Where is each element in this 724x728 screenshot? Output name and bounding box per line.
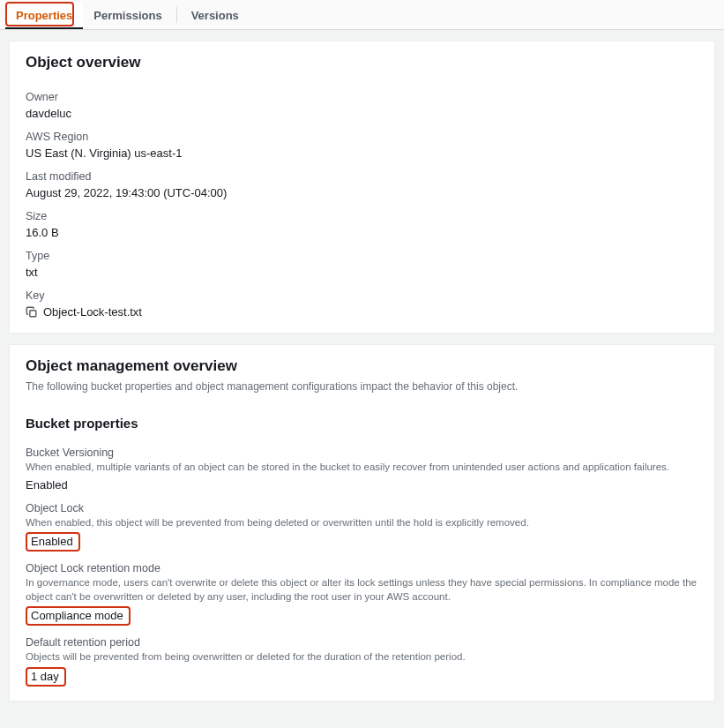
bucket-versioning-desc: When enabled, multiple variants of an ob…	[26, 461, 698, 475]
region-value: US East (N. Virginia) us-east-1	[26, 146, 698, 160]
size-label: Size	[26, 210, 698, 222]
bucket-versioning-value: Enabled	[26, 478, 698, 492]
object-management-desc: The following bucket properties and obje…	[10, 380, 714, 400]
last-modified-label: Last modified	[26, 170, 698, 183]
field-key: Key Object-Lock-test.txt	[26, 289, 698, 319]
type-value: txt	[26, 266, 698, 279]
last-modified-value: August 29, 2022, 19:43:00 (UTC-04:00)	[26, 186, 698, 199]
field-retention-mode: Object Lock retention mode In governance…	[26, 562, 698, 626]
tab-versions[interactable]: Versions	[181, 2, 250, 28]
field-last-modified: Last modified August 29, 2022, 19:43:00 …	[26, 170, 698, 199]
tabs-bar: Properties Permissions Versions	[0, 0, 724, 30]
svg-rect-0	[30, 310, 36, 316]
retention-mode-label: Object Lock retention mode	[26, 562, 698, 574]
field-size: Size 16.0 B	[26, 210, 698, 239]
owner-label: Owner	[26, 91, 698, 103]
copy-icon[interactable]	[26, 306, 38, 319]
panel-object-management: Object management overview The following…	[9, 344, 715, 702]
tab-properties[interactable]: Properties	[5, 2, 83, 28]
retention-period-desc: Objects will be prevented from being ove…	[26, 650, 698, 664]
key-value: Object-Lock-test.txt	[43, 305, 142, 319]
field-object-lock: Object Lock When enabled, this object wi…	[26, 502, 698, 552]
type-label: Type	[26, 250, 698, 262]
object-management-title: Object management overview	[26, 357, 698, 375]
bucket-versioning-label: Bucket Versioning	[26, 447, 698, 459]
field-retention-period: Default retention period Objects will be…	[26, 636, 698, 687]
field-region: AWS Region US East (N. Virginia) us-east…	[26, 131, 698, 160]
retention-period-value: 1 day	[26, 667, 66, 687]
tab-divider	[176, 7, 177, 23]
retention-period-label: Default retention period	[26, 636, 698, 649]
object-lock-label: Object Lock	[26, 502, 698, 514]
key-label: Key	[26, 289, 698, 302]
size-value: 16.0 B	[26, 226, 698, 239]
retention-mode-desc: In governance mode, users can't overwrit…	[26, 576, 698, 604]
retention-mode-value: Compliance mode	[26, 606, 131, 626]
object-lock-value: Enabled	[26, 532, 80, 552]
panel-object-overview: Object overview Owner davdeluc AWS Regio…	[9, 41, 715, 334]
bucket-properties-title: Bucket properties	[10, 400, 714, 432]
region-label: AWS Region	[26, 131, 698, 143]
object-overview-title: Object overview	[26, 54, 698, 71]
field-type: Type txt	[26, 250, 698, 279]
field-bucket-versioning: Bucket Versioning When enabled, multiple…	[26, 447, 698, 492]
owner-value: davdeluc	[26, 107, 698, 120]
object-lock-desc: When enabled, this object will be preven…	[26, 516, 698, 530]
field-owner: Owner davdeluc	[26, 91, 698, 120]
tab-permissions[interactable]: Permissions	[83, 2, 172, 28]
